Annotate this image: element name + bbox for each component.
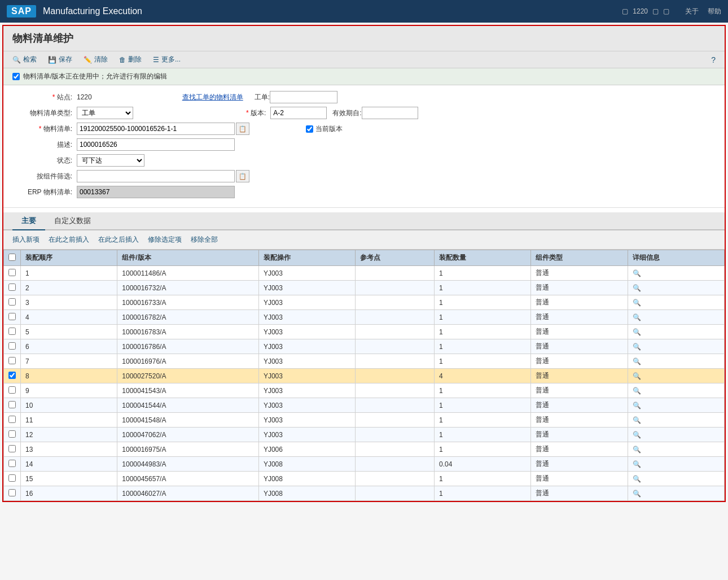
cell-qty: 1 <box>434 325 530 339</box>
cell-detail[interactable]: 🔍 <box>628 325 724 339</box>
detail-search-icon[interactable]: 🔍 <box>633 446 641 453</box>
version-input[interactable] <box>270 107 327 119</box>
detail-search-icon[interactable]: 🔍 <box>633 475 641 483</box>
bom-copy-button[interactable]: 📋 <box>236 123 249 135</box>
detail-search-icon[interactable]: 🔍 <box>633 416 641 424</box>
remove-selected-button[interactable]: 修除选定项 <box>148 235 182 245</box>
row-checkbox[interactable] <box>8 489 16 496</box>
cell-detail[interactable]: 🔍 <box>628 339 724 354</box>
row-checkbox[interactable] <box>8 284 16 291</box>
component-filter-input[interactable] <box>77 170 235 182</box>
row-checkbox[interactable] <box>8 298 16 306</box>
cell-detail[interactable]: 🔍 <box>628 354 724 369</box>
work-order-input[interactable] <box>270 91 337 103</box>
cell-detail[interactable]: 🔍 <box>628 428 724 442</box>
row-checkbox[interactable] <box>8 357 16 364</box>
window-btn-1[interactable]: ▢ <box>652 7 659 15</box>
row-checkbox[interactable] <box>8 313 16 320</box>
cell-ref_point <box>356 413 435 428</box>
insert-after-button[interactable]: 在此之后插入 <box>98 235 139 245</box>
cell-ref_point <box>356 295 435 310</box>
cell-component: 1000016732/A <box>117 281 259 295</box>
row-checkbox[interactable] <box>8 386 16 394</box>
save-button[interactable]: 💾 保存 <box>48 55 72 64</box>
bom-type-select[interactable]: 工单 工厂 配置 <box>77 107 133 119</box>
detail-search-icon[interactable]: 🔍 <box>633 460 641 468</box>
current-version-checkbox[interactable] <box>306 125 313 133</box>
cell-detail[interactable]: 🔍 <box>628 486 724 501</box>
cell-detail[interactable]: 🔍 <box>628 281 724 295</box>
cell-ref_point <box>356 281 435 295</box>
bom-input[interactable]: 191200025500-1000016526-1-1 <box>77 123 235 135</box>
detail-search-icon[interactable]: 🔍 <box>633 328 641 336</box>
cell-type: 普通 <box>531 442 628 457</box>
detail-search-icon[interactable]: 🔍 <box>633 372 641 380</box>
row-checkbox[interactable] <box>8 460 16 467</box>
cell-detail[interactable]: 🔍 <box>628 472 724 486</box>
detail-search-icon[interactable]: 🔍 <box>633 299 641 307</box>
search-button[interactable]: 🔍 检索 <box>12 55 37 64</box>
effective-date-input[interactable] <box>362 107 418 119</box>
component-filter-btn[interactable]: 📋 <box>236 170 249 182</box>
cell-ref_point <box>356 266 435 281</box>
row-checkbox[interactable] <box>8 445 16 452</box>
help-link[interactable]: 帮助 <box>708 7 721 16</box>
cell-operation: YJ008 <box>258 457 355 472</box>
cell-operation: YJ003 <box>258 354 355 369</box>
detail-search-icon[interactable]: 🔍 <box>633 387 641 395</box>
help-button[interactable]: ? <box>711 55 716 64</box>
about-link[interactable]: 关于 <box>685 7 699 16</box>
more-button[interactable]: ☰ 更多... <box>153 55 181 64</box>
header-seq: 装配顺序 <box>21 250 117 266</box>
table-header-row: 装配顺序 组件/版本 装配操作 参考点 装配数量 组件类型 详细信息 <box>4 250 725 266</box>
detail-search-icon[interactable]: 🔍 <box>633 343 641 351</box>
cell-detail[interactable]: 🔍 <box>628 369 724 383</box>
cell-detail[interactable]: 🔍 <box>628 383 724 398</box>
header-ref-point: 参考点 <box>356 250 435 266</box>
detail-search-icon[interactable]: 🔍 <box>633 313 641 321</box>
cell-type: 普通 <box>531 310 628 325</box>
insert-new-button[interactable]: 插入新项 <box>12 235 40 245</box>
info-checkbox[interactable] <box>12 73 20 80</box>
detail-search-icon[interactable]: 🔍 <box>633 357 641 365</box>
cell-operation: YJ003 <box>258 428 355 442</box>
cell-detail[interactable]: 🔍 <box>628 413 724 428</box>
row-checkbox[interactable] <box>8 328 16 335</box>
row-checkbox[interactable] <box>8 372 16 379</box>
cell-ref_point <box>356 339 435 354</box>
detail-search-icon[interactable]: 🔍 <box>633 402 641 409</box>
cell-detail[interactable]: 🔍 <box>628 398 724 413</box>
row-checkbox[interactable] <box>8 416 16 423</box>
window-icon: ▢ <box>622 7 628 15</box>
row-checkbox[interactable] <box>8 430 16 438</box>
cell-qty: 1 <box>434 339 530 354</box>
cell-component: 1000016733/A <box>117 295 259 310</box>
insert-before-button[interactable]: 在此之前插入 <box>49 235 89 245</box>
cell-detail[interactable]: 🔍 <box>628 457 724 472</box>
description-input[interactable]: 1000016526 <box>77 138 235 151</box>
find-work-order-bom-link[interactable]: 查找工单的物料清单 <box>182 93 243 102</box>
detail-search-icon[interactable]: 🔍 <box>633 431 641 439</box>
tab-custom-data[interactable]: 自定义数据 <box>45 212 100 230</box>
row-checkbox[interactable] <box>8 401 16 408</box>
cell-detail[interactable]: 🔍 <box>628 266 724 281</box>
row-checkbox[interactable] <box>8 474 16 482</box>
clear-button[interactable]: ✏️ 清除 <box>84 55 108 64</box>
delete-button[interactable]: 🗑 删除 <box>119 55 142 64</box>
row-checkbox[interactable] <box>8 342 16 350</box>
cell-detail[interactable]: 🔍 <box>628 295 724 310</box>
detail-search-icon[interactable]: 🔍 <box>633 490 641 498</box>
row-checkbox[interactable] <box>8 269 16 276</box>
table-row: 71000016976/AYJ0031普通🔍 <box>4 354 725 369</box>
select-all-checkbox[interactable] <box>8 254 16 261</box>
tab-main[interactable]: 主要 <box>12 212 45 230</box>
status-select[interactable]: 可下达 新建 冻结 <box>77 154 144 167</box>
remove-all-button[interactable]: 移除全部 <box>191 235 218 245</box>
detail-search-icon[interactable]: 🔍 <box>633 284 641 292</box>
detail-search-icon[interactable]: 🔍 <box>633 269 641 277</box>
form-section: 站点: 1220 查找工单的物料清单 工单: 物料清单类型: 工单 工厂 配置 … <box>3 85 725 208</box>
cell-detail[interactable]: 🔍 <box>628 442 724 457</box>
table-body: 11000011486/AYJ0031普通🔍21000016732/AYJ003… <box>4 266 725 501</box>
window-btn-2[interactable]: ▢ <box>663 7 669 15</box>
cell-detail[interactable]: 🔍 <box>628 310 724 325</box>
